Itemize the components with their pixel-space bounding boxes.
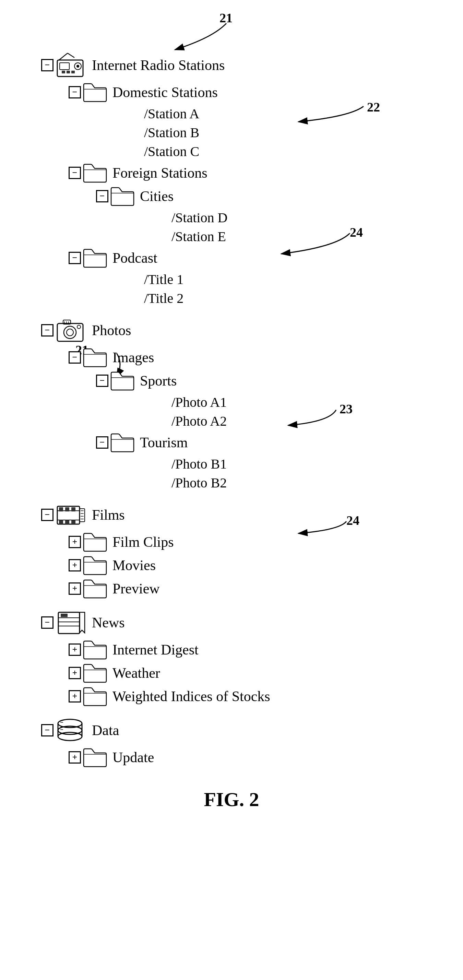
expand-films[interactable]: − [41, 509, 54, 521]
tree-node-foreign: − Foreign Stations [68, 163, 463, 245]
tree-node-internet-radio: − Internet Ra [41, 51, 463, 306]
svg-rect-27 [65, 520, 69, 524]
preview-label: Preview [113, 581, 160, 597]
film-clips-label: Film Clips [113, 534, 174, 550]
tree-node-internet-digest: + Internet Digest [68, 640, 463, 660]
podcast-children: /Title 1 /Title 2 [124, 271, 463, 306]
tourism-label: Tourism [140, 434, 188, 451]
tree-node-podcast: − Podcast /Title 1 /Title 2 [68, 248, 463, 306]
tree-node-news: − News [41, 609, 463, 706]
svg-point-12 [64, 326, 76, 339]
foreign-children: − Cities /Station D [96, 186, 463, 245]
annotation-21a: 21 [220, 10, 232, 25]
photo-b1: /Photo B1 [151, 456, 463, 472]
svg-rect-8 [62, 71, 65, 73]
folder-tourism-icon [110, 433, 134, 452]
tree-node-sports: − Sports /Photo A1 [96, 371, 463, 429]
station-b: /Station B [124, 124, 463, 141]
station-a: /Station A [124, 106, 463, 122]
internet-digest-label: Internet Digest [113, 641, 199, 658]
tree-node-photos: − Photos [41, 317, 463, 491]
expand-photos[interactable]: − [41, 324, 54, 337]
fig-caption: FIG. 2 [0, 788, 463, 825]
tree-node-movies: + Movies [68, 555, 463, 575]
svg-rect-24 [65, 508, 69, 511]
films-children: + Film Clips + [68, 532, 463, 598]
sports-children: /Photo A1 /Photo A2 [151, 394, 463, 429]
tree-node-update: + Update [68, 748, 463, 767]
expand-foreign[interactable]: − [68, 167, 81, 179]
svg-line-6 [59, 53, 68, 60]
domestic-label: Domestic Stations [113, 84, 218, 100]
news-label: News [92, 614, 125, 631]
folder-weighted-indices-icon [83, 686, 107, 706]
photos-icon [56, 317, 86, 344]
internet-radio-label: Internet Radio Stations [92, 57, 224, 73]
expand-update[interactable]: + [68, 751, 81, 764]
weighted-indices-label: Weighted Indices of Stocks [113, 688, 270, 705]
svg-line-7 [68, 53, 75, 57]
tree-node-weighted-indices: + Weighted Indices of Stocks [68, 686, 463, 706]
expand-data[interactable]: − [41, 724, 54, 737]
folder-internet-digest-icon [83, 640, 107, 660]
expand-cities[interactable]: − [96, 190, 108, 202]
news-children: + Internet Digest + [68, 640, 463, 706]
annotation-24a: 24 [350, 225, 363, 240]
expand-weighted-indices[interactable]: + [68, 690, 81, 703]
expand-weather[interactable]: + [68, 667, 81, 679]
svg-point-13 [67, 329, 73, 336]
tree-node-data: − [41, 717, 463, 767]
tree-root: − Internet Ra [0, 21, 463, 767]
svg-point-5 [76, 65, 79, 68]
expand-tourism[interactable]: − [96, 436, 108, 449]
title-1: /Title 1 [124, 271, 463, 288]
svg-rect-37 [61, 614, 68, 617]
folder-movies-icon [83, 555, 107, 575]
expand-preview[interactable]: + [68, 582, 81, 595]
station-e: /Station E [151, 228, 463, 245]
svg-rect-10 [72, 71, 75, 73]
cities-label: Cities [140, 188, 173, 204]
movies-label: Movies [113, 557, 156, 574]
folder-film-clips-icon [83, 532, 107, 552]
domestic-children: /Station A /Station B /Station C [124, 106, 463, 159]
tree-node-weather: + Weather [68, 663, 463, 683]
tree-node-film-clips: + Film Clips [68, 532, 463, 552]
radio-icon [56, 51, 86, 79]
expand-domestic[interactable]: − [68, 86, 81, 99]
photos-label: Photos [92, 322, 131, 339]
expand-film-clips[interactable]: + [68, 536, 81, 548]
expand-images[interactable]: − [68, 351, 81, 364]
expand-movies[interactable]: + [68, 559, 81, 571]
photo-a1: /Photo A1 [151, 394, 463, 410]
folder-domestic-icon [83, 82, 107, 102]
cities-children: /Station D /Station E [151, 210, 463, 245]
expand-podcast[interactable]: − [68, 252, 81, 264]
data-label: Data [92, 722, 119, 738]
expand-internet-digest[interactable]: + [68, 643, 81, 656]
foreign-label: Foreign Stations [113, 165, 207, 181]
tree-node-preview: + Preview [68, 579, 463, 598]
tree-node-domestic: − Domestic Stations /Station A /Station … [68, 82, 463, 159]
expand-sports[interactable]: − [96, 375, 108, 387]
folder-weather-icon [83, 663, 107, 683]
annotation-23: 23 [339, 401, 353, 417]
news-icon [56, 609, 86, 636]
weather-label: Weather [113, 665, 160, 681]
images-label: Images [113, 349, 154, 366]
photo-b2: /Photo B2 [151, 475, 463, 491]
expand-internet-radio[interactable]: − [41, 59, 54, 72]
expand-news[interactable]: − [41, 616, 54, 629]
svg-rect-26 [59, 520, 63, 524]
films-icon [56, 501, 86, 528]
images-children: − Sports /Photo A1 [96, 371, 463, 491]
svg-point-15 [77, 325, 81, 329]
folder-update-icon [83, 748, 107, 767]
tourism-children: /Photo B1 /Photo B2 [151, 456, 463, 491]
sports-label: Sports [140, 372, 177, 389]
folder-foreign-icon [83, 163, 107, 183]
svg-rect-3 [60, 63, 69, 70]
data-icon [56, 717, 86, 744]
diagram-container: 21 22 24 21 23 24 − [0, 0, 463, 859]
tree-node-films: − [41, 501, 463, 598]
